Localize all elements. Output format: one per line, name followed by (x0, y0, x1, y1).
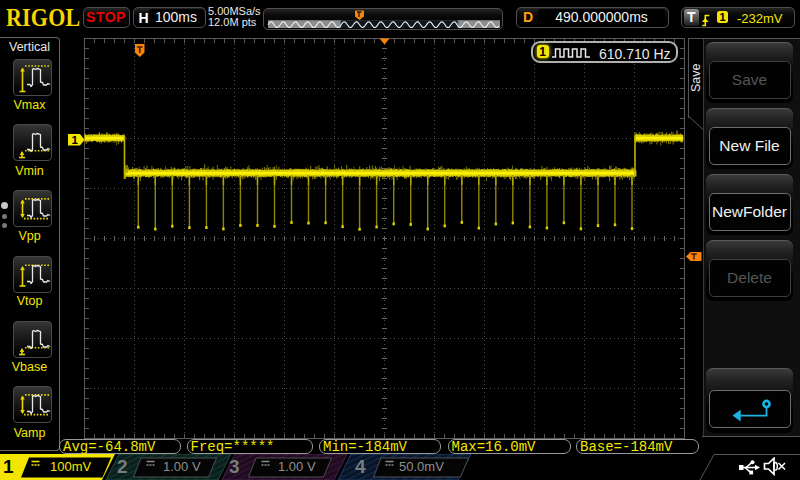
svg-text:1: 1 (72, 134, 79, 146)
